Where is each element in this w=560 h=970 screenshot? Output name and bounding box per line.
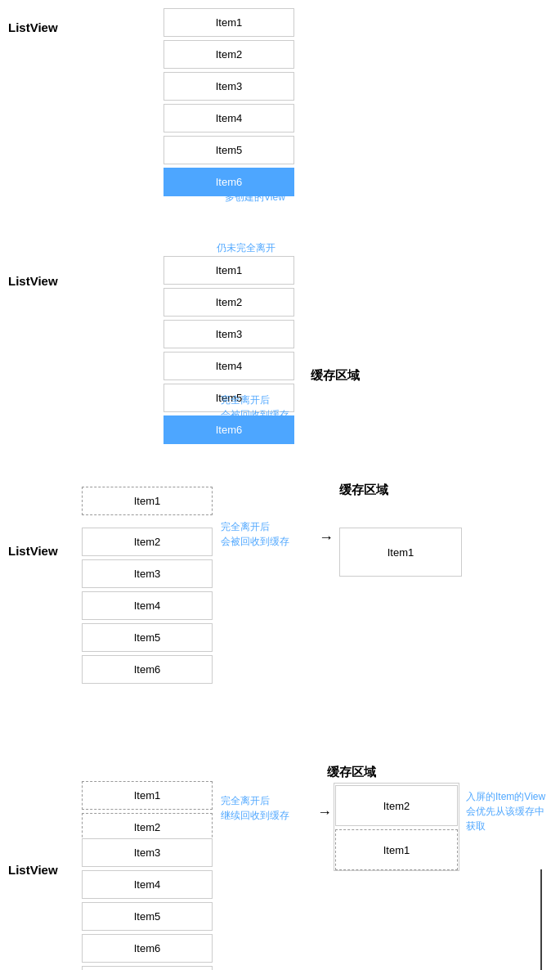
listview-1: Item1 Item2 Item3 Item4 Item5 Item6	[164, 8, 294, 200]
list-item: Item4	[82, 870, 213, 899]
list-item: Item3	[164, 72, 294, 101]
cache-label-3-title: 缓存区域	[339, 483, 388, 498]
list-item-dashed: Item1	[82, 487, 213, 515]
list-item: Item1	[164, 8, 294, 37]
section-2: 仍未完全离开 ListView Item1 Item2 Item3 Item4 …	[0, 241, 560, 470]
list-item: Item5	[82, 623, 213, 652]
cache-label-4-title: 缓存区域	[327, 765, 376, 780]
list-item: Item6	[82, 934, 213, 963]
annotation-from-cache: 入屏的Item的View 会优先从该缓存中 获取	[466, 789, 556, 833]
list-item: Item4	[164, 104, 294, 132]
cache-label-2: 缓存区域	[311, 368, 360, 384]
annotation-recycle-4: 完全离开后 继续回收到缓存	[221, 793, 289, 823]
listview-3: Item2 Item3 Item4 Item5 Item6	[82, 528, 213, 687]
listview-4: Item3 Item4 Item5 Item6 Item7	[82, 838, 213, 970]
list-item-dashed-2: Item2	[82, 813, 213, 842]
section-4: 缓存区域 Item1 Item2 完全离开后 继续回收到缓存 → Item2 I…	[0, 765, 560, 970]
list-item: Item2	[164, 40, 294, 69]
list-item: Item6	[82, 655, 213, 684]
listview-label-4: ListView	[8, 863, 58, 877]
list-item: Item1	[164, 256, 294, 285]
list-item: Item3	[82, 838, 213, 867]
listview-label-2: ListView	[8, 274, 58, 288]
annotation-extra-view: 多创建的View	[225, 191, 285, 204]
list-item: Item3	[82, 559, 213, 588]
listview-label-1: ListView	[8, 20, 58, 34]
list-item-dashed-1: Item1	[82, 781, 213, 810]
list-item: Item5	[82, 902, 213, 931]
section-3: ListView Item1 完全离开后 会被回收到缓存 → 缓存区域 Item…	[0, 487, 560, 748]
section-1: ListView Item1 Item2 Item3 Item4 Item5 I…	[0, 8, 560, 225]
list-item: Item4	[82, 591, 213, 620]
cache-box-item1: Item1	[339, 528, 462, 577]
annotation-recycle-3: 完全离开后 会被回收到缓存	[221, 519, 289, 549]
list-item: Item2	[82, 528, 213, 556]
annotation-recycle: 完全离开后 会被回收到缓存	[221, 393, 289, 422]
list-item: Item4	[164, 352, 294, 380]
listview-label-3: ListView	[8, 544, 58, 558]
list-item: Item3	[164, 320, 294, 348]
annotation-not-left: 仍未完全离开	[217, 241, 276, 255]
list-item: Item5	[164, 136, 294, 164]
arrow-right-3: →	[319, 529, 334, 546]
cache-box-item1-dashed: Item1	[335, 829, 458, 870]
cache-box-item2: Item2	[335, 785, 458, 826]
list-item: Item7	[82, 966, 213, 970]
list-item: Item2	[164, 288, 294, 317]
arrow-right-4: →	[317, 804, 332, 821]
